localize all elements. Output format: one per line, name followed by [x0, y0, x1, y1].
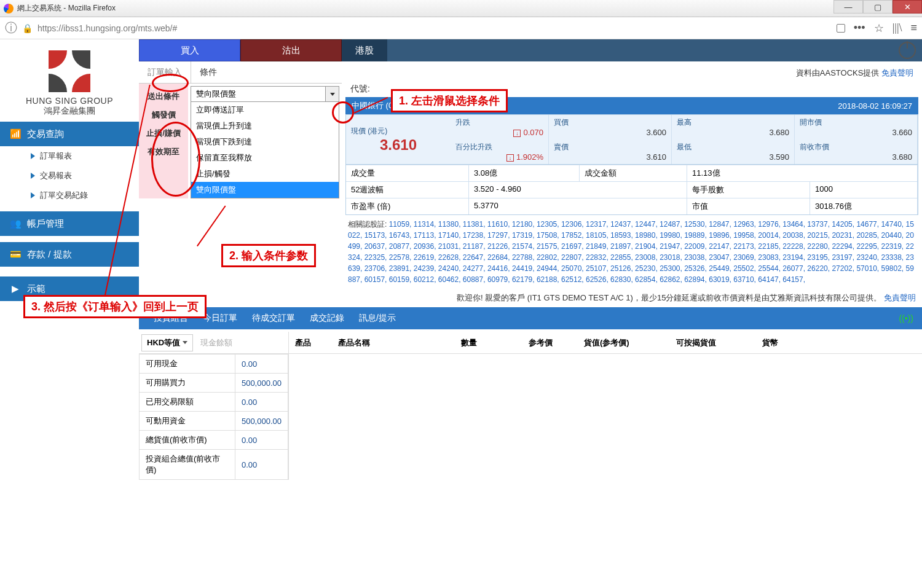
condition-select[interactable]: 雙向限價盤	[191, 86, 339, 102]
window-titlebar: 網上交易系统 - Mozilla Firefox — ▢ ✕	[0, 0, 922, 17]
arrow-icon	[31, 153, 35, 159]
disclaimer-link[interactable]: 免責聲明	[881, 68, 913, 77]
address-bar: ⓘ 🔒 ••• ☆ |||\ ≡	[0, 17, 922, 39]
aastocks-label: 資料由AASTOCKS提供	[796, 68, 880, 77]
dropdown-arrow-icon[interactable]	[325, 87, 339, 101]
menu-trade-inquiry[interactable]: 📶交易查詢	[0, 122, 139, 146]
arrow-icon	[31, 173, 35, 179]
welcome-disclaimer-link[interactable]: 免責聲明	[884, 293, 916, 302]
quote-pane: 港股 資料由AASTOCKS提供 免責聲明 代號: 中國銀行 (03988) -…	[342, 39, 922, 289]
welcome-text: 歡迎你! 親愛的客戶 (IT1 GTS DEMO TEST A/C 1)，最少1…	[139, 289, 922, 307]
atm-icon: 💳	[10, 249, 21, 260]
down-arrow-icon: ↓	[506, 154, 514, 162]
dd-opt-hold[interactable]: 保留直至我釋放	[191, 150, 339, 166]
dd-opt-two-way[interactable]: 雙向限價盤	[191, 182, 339, 198]
tab-messages[interactable]: 訊息/提示	[359, 313, 396, 324]
account-summary: HKD等值 現金餘額 可用現金0.00 可用購買力500,000.00 已用交易…	[139, 332, 289, 480]
brand-en: HUNG SING GROUP	[0, 96, 139, 106]
anno-circle-dropdown	[332, 101, 354, 123]
dd-opt-price-up[interactable]: 當現價上升到達	[191, 118, 339, 134]
minimize-button[interactable]: —	[833, 0, 863, 14]
sell-tab[interactable]: 沽出	[240, 39, 342, 61]
close-button[interactable]: ✕	[892, 0, 922, 14]
info-icon[interactable]: ⓘ	[5, 20, 17, 36]
play-icon: ▶	[10, 283, 21, 294]
down-arrow-icon: ↓	[513, 130, 521, 137]
reader-icon[interactable]	[837, 24, 845, 33]
anno-circle-labels	[151, 122, 200, 197]
annotation-3: 3. 然后按《订单输入》回到上一页	[23, 295, 207, 318]
market-tab-hk[interactable]: 港股	[342, 39, 387, 61]
tab-trade-records[interactable]: 成交記錄	[310, 313, 344, 324]
currency-selector[interactable]: HKD等值	[141, 334, 193, 351]
brand-logo: HUNG SING GROUP 鴻昇金融集團	[0, 39, 139, 122]
menu-dots-icon[interactable]: •••	[854, 22, 865, 34]
user-icon: 👥	[10, 218, 21, 229]
related-warrants: 相關認股証: 11059, 11314, 11380, 11381, 11610…	[348, 219, 916, 285]
tab-condition[interactable]: 條件	[191, 61, 226, 83]
annotation-2: 2. 输入条件参数	[221, 244, 316, 267]
live-indicator-icon: ((•))	[899, 313, 913, 323]
annotation-1: 1. 左击滑鼠选择条件	[391, 89, 508, 112]
bookmark-icon[interactable]: ☆	[874, 22, 884, 35]
chart-icon: 📶	[10, 128, 21, 139]
dd-opt-immediate[interactable]: 立即傳送訂單	[191, 102, 339, 118]
lock-icon: 🔒	[22, 23, 33, 33]
sidebar-item-order-trade-log[interactable]: 訂單交易紀錄	[0, 186, 139, 205]
sidebar-item-trade-report[interactable]: 交易報表	[0, 166, 139, 186]
portfolio-tabs: 投資組合 今日訂單 待成交訂單 成交記錄 訊息/提示 ((•))	[139, 307, 922, 329]
tab-pending-orders[interactable]: 待成交訂單	[252, 313, 295, 324]
tab-today-orders[interactable]: 今日訂單	[203, 313, 237, 324]
power-icon[interactable]	[899, 42, 916, 59]
dd-opt-price-down[interactable]: 當現價下跌到達	[191, 134, 339, 150]
buy-tab[interactable]: 買入	[139, 39, 240, 61]
positions-table: 產品 產品名稱 數量 参考價 貨值(参考價) 可按揭貨值 貨幣	[289, 332, 922, 480]
maximize-button[interactable]: ▢	[863, 0, 892, 14]
library-icon[interactable]: |||\	[892, 22, 902, 34]
arrow-icon	[31, 192, 35, 198]
label-trigger-price: 觸發價	[139, 106, 188, 124]
code-label: 代號:	[350, 84, 370, 93]
firefox-icon	[4, 4, 14, 14]
current-price: 現價 (港元) 3.610	[346, 115, 451, 164]
window-controls: — ▢ ✕	[833, 0, 922, 14]
dd-opt-stop[interactable]: 止損/觸發	[191, 166, 339, 182]
window-title: 網上交易系统 - Mozilla Firefox	[17, 3, 116, 14]
brand-cn: 鴻昇金融集團	[0, 106, 139, 117]
condition-dropdown-list: 立即傳送訂單 當現價上升到達 當現價下跌到達 保留直至我釋放 止損/觸發 雙向限…	[191, 102, 339, 198]
sidebar-item-order-report[interactable]: 訂單報表	[0, 146, 139, 166]
anno-circle-tab	[152, 74, 189, 92]
hamburger-icon[interactable]: ≡	[910, 22, 917, 34]
cash-balance-label: 現金餘額	[195, 337, 232, 348]
menu-deposit-withdraw[interactable]: 💳存款 / 提款	[0, 242, 139, 267]
url-input[interactable]	[37, 23, 832, 33]
